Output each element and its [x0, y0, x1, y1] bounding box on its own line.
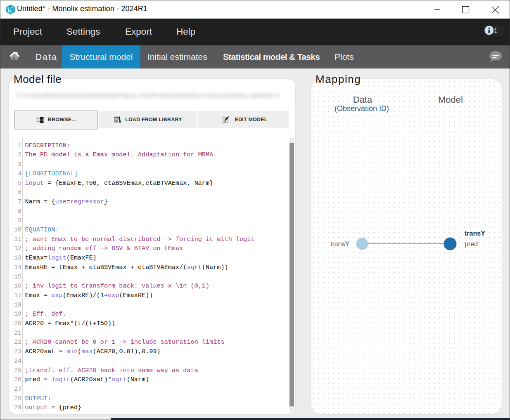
svg-text:1: 1	[494, 27, 498, 35]
